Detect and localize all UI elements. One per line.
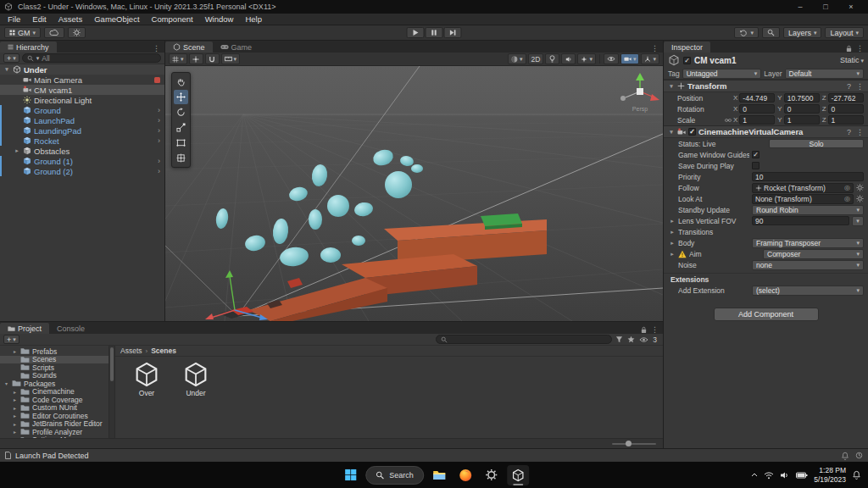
- search-filter-arrow-icon[interactable]: ▾: [36, 55, 40, 61]
- position-y-field[interactable]: 10.7500: [784, 93, 820, 103]
- help-icon[interactable]: ?: [847, 128, 851, 136]
- folder-expand-arrow[interactable]: ▸: [12, 389, 18, 395]
- component-menu-icon[interactable]: ⋮: [856, 82, 864, 91]
- gear-icon[interactable]: [856, 184, 864, 191]
- foldout-arrow[interactable]: ▾: [668, 83, 675, 90]
- follow-object-field[interactable]: Rocket (Transform)◎: [752, 183, 854, 193]
- folder-expand-arrow[interactable]: ▸: [12, 405, 18, 411]
- solo-button[interactable]: Solo: [769, 139, 864, 148]
- firefox-button[interactable]: [454, 465, 476, 485]
- project-tree-scrollbar[interactable]: [108, 346, 114, 438]
- save-during-play-checkbox[interactable]: [752, 162, 760, 169]
- tab-hierarchy[interactable]: Hierarchy: [0, 42, 57, 53]
- project-folder-profile-analyzer[interactable]: ▸Profile Analyzer: [0, 428, 108, 436]
- hierarchy-item-directional-light[interactable]: Directional Light: [0, 95, 164, 105]
- folder-expand-arrow[interactable]: ▸: [12, 413, 18, 419]
- file-explorer-button[interactable]: [428, 465, 450, 485]
- project-folder-scripts[interactable]: Scripts: [0, 363, 108, 372]
- project-folder-editor-coroutines[interactable]: ▸Editor Coroutines: [0, 412, 108, 420]
- slider-thumb[interactable]: [626, 441, 632, 446]
- noise-dropdown[interactable]: none▾: [752, 260, 864, 270]
- pause-button[interactable]: [426, 27, 443, 38]
- move-tool-button[interactable]: [174, 90, 188, 104]
- folder-expand-arrow[interactable]: ▸: [12, 429, 18, 435]
- layout-dropdown[interactable]: Layout▾: [825, 27, 864, 38]
- settings-button[interactable]: [481, 465, 503, 485]
- gear-icon[interactable]: [856, 195, 864, 202]
- menu-window[interactable]: Window: [199, 14, 240, 24]
- account-dropdown[interactable]: GM▾: [4, 27, 41, 38]
- scene-visibility-toggle[interactable]: [604, 53, 619, 64]
- project-search-input[interactable]: [436, 335, 612, 344]
- transform-tool-button[interactable]: [174, 151, 188, 165]
- transform-component-header[interactable]: ▾ Transform ?⋮: [664, 80, 868, 92]
- foldout-arrow[interactable]: ▾: [3, 66, 10, 73]
- asset-under[interactable]: Under: [176, 361, 215, 397]
- project-folder-cinemachine[interactable]: ▸Cinemachine: [0, 388, 108, 396]
- menu-component[interactable]: Component: [146, 14, 199, 24]
- scale-tool-button[interactable]: [174, 120, 188, 135]
- start-button[interactable]: [339, 465, 361, 485]
- hierarchy-item-laundingpad[interactable]: LaundingPad›: [0, 125, 164, 136]
- rotation-x-field[interactable]: 0: [739, 104, 775, 114]
- prefab-open-chevron-icon[interactable]: ›: [158, 116, 160, 125]
- priority-field[interactable]: 10: [752, 172, 864, 181]
- aim-dropdown[interactable]: Composer▾: [763, 249, 864, 259]
- tab-scene[interactable]: Scene: [165, 42, 213, 53]
- foldout-arrow[interactable]: ▾: [668, 129, 675, 136]
- audio-toggle[interactable]: [561, 53, 576, 64]
- wifi-icon[interactable]: [764, 471, 774, 480]
- hierarchy-item-launchpad[interactable]: LaunchPad›: [0, 115, 164, 125]
- hierarchy-item-ground-2[interactable]: Ground (2)›: [0, 166, 164, 176]
- expand-arrow[interactable]: ▸: [14, 147, 20, 154]
- menu-assets[interactable]: Assets: [53, 14, 89, 24]
- add-object-button[interactable]: +▾: [3, 53, 19, 63]
- lens-vertical-fov-field[interactable]: 90: [752, 216, 849, 225]
- volume-icon[interactable]: [780, 471, 790, 480]
- scrollbar-thumb[interactable]: [110, 347, 114, 381]
- project-folder-packages[interactable]: ▾Packages: [0, 380, 108, 388]
- prefab-open-chevron-icon[interactable]: ›: [158, 167, 160, 175]
- lock-icon[interactable]: [846, 45, 852, 53]
- project-folder-custom-nunit[interactable]: ▸Custom NUnit: [0, 404, 108, 413]
- rect-tool-button[interactable]: [174, 136, 188, 150]
- rotation-z-field[interactable]: 0: [828, 104, 864, 114]
- project-folder-sounds[interactable]: Sounds: [0, 372, 108, 380]
- search-type-filter-icon[interactable]: [615, 336, 623, 343]
- hierarchy-item-cm-vcam1[interactable]: CM vcam1: [0, 85, 164, 95]
- folder-expand-arrow[interactable]: ▸: [12, 396, 18, 402]
- object-picker-icon[interactable]: ◎: [844, 195, 850, 202]
- project-folder-jetbrains-rider-editor[interactable]: ▸JetBrains Rider Editor: [0, 420, 108, 429]
- unity-taskbar-button[interactable]: [507, 465, 529, 485]
- close-button[interactable]: ×: [838, 0, 864, 14]
- effects-dropdown[interactable]: ▾: [577, 53, 596, 64]
- minimize-button[interactable]: –: [787, 0, 813, 14]
- project-folder-code-coverage[interactable]: ▸Code Coverage: [0, 396, 108, 404]
- scale-x-field[interactable]: 1: [739, 115, 775, 125]
- body-dropdown[interactable]: Framing Transposer▾: [752, 238, 864, 248]
- preferences-button[interactable]: [68, 27, 86, 38]
- hidden-items-eye-icon[interactable]: [639, 336, 648, 343]
- component-menu-icon[interactable]: ⋮: [856, 128, 864, 136]
- panel-menu-icon[interactable]: ⋮: [856, 44, 864, 53]
- taskbar-clock[interactable]: 1:28 PM 5/19/2023: [814, 466, 846, 484]
- pivot-toggle[interactable]: [189, 53, 203, 64]
- standby-update-dropdown[interactable]: Round Robin▾: [752, 205, 864, 215]
- step-button[interactable]: [444, 27, 462, 38]
- menu-gameobject[interactable]: GameObject: [88, 14, 145, 24]
- notification-bell-icon[interactable]: [852, 470, 861, 480]
- gizmos-dropdown[interactable]: ▾: [641, 53, 659, 64]
- 2d-toggle[interactable]: 2D: [528, 53, 544, 64]
- scale-y-field[interactable]: 1: [784, 115, 820, 125]
- prefab-open-chevron-icon[interactable]: ›: [158, 126, 160, 135]
- maximize-button[interactable]: □: [813, 0, 838, 14]
- tag-dropdown[interactable]: Untagged▾: [682, 69, 762, 79]
- foldout-arrow[interactable]: ▸: [669, 229, 676, 236]
- scene-header-row[interactable]: ▾ Under: [0, 64, 164, 75]
- static-dropdown[interactable]: Static▾: [840, 56, 864, 64]
- layer-dropdown[interactable]: Default▾: [785, 69, 865, 79]
- progress-activity-icon[interactable]: [855, 452, 863, 459]
- asset-over[interactable]: Over: [127, 361, 166, 397]
- help-icon[interactable]: ?: [847, 82, 851, 91]
- undo-history-dropdown[interactable]: ▾: [734, 27, 759, 38]
